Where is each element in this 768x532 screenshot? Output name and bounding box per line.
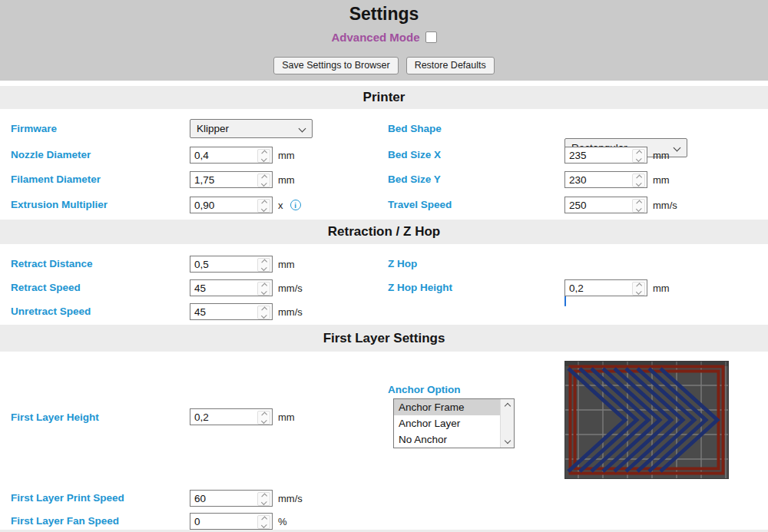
firmware-selected-value: Klipper (197, 123, 229, 134)
first-layer-fan-speed-field: % (190, 513, 287, 530)
first-layer-fan-speed-label: First Layer Fan Speed (11, 515, 119, 527)
printer-section-title: Printer (363, 90, 406, 105)
unit-label: mm/s (278, 306, 303, 318)
bed-size-y-field: mm (564, 171, 670, 188)
firmware-label: Firmware (11, 123, 57, 134)
filament-diameter-input[interactable] (190, 172, 259, 187)
info-icon[interactable]: i (290, 200, 301, 210)
chevron-down-icon (299, 125, 306, 133)
first-layer-height-label: First Layer Height (11, 411, 99, 423)
page-title: Settings (0, 4, 768, 25)
scroll-up-icon[interactable] (504, 403, 510, 409)
first-layer-section-title: First Layer Settings (323, 331, 445, 346)
unit-label: x (278, 200, 283, 211)
bed-size-x-input[interactable] (565, 147, 634, 163)
first-layer-section-header: First Layer Settings (0, 325, 768, 352)
first-layer-print-speed-field: mm/s (190, 490, 303, 507)
first-layer-height-input[interactable] (190, 409, 259, 425)
z-hop-label: Z Hop (388, 258, 417, 269)
unit-label: mm (653, 283, 670, 294)
retraction-section-title: Retraction / Z Hop (328, 224, 440, 240)
retract-distance-input[interactable] (190, 256, 259, 272)
list-item[interactable]: No Anchor (394, 431, 500, 448)
nozzle-diameter-input[interactable] (190, 147, 259, 163)
unit-label: mm/s (278, 283, 303, 294)
anchor-option-listbox[interactable]: Anchor Frame Anchor Layer No Anchor (393, 398, 515, 448)
scroll-down-icon[interactable] (504, 438, 510, 444)
first-layer-preview-image (564, 361, 729, 479)
unit-label: mm (653, 150, 670, 161)
anchor-option-label: Anchor Option (388, 384, 461, 395)
printer-section-header: Printer (0, 86, 768, 109)
list-item[interactable]: Anchor Layer (394, 415, 500, 431)
unit-label: mm/s (653, 200, 677, 211)
spinner-icon[interactable] (632, 199, 645, 213)
z-hop-height-input[interactable] (565, 280, 634, 296)
advanced-mode-row: Advanced Mode (0, 31, 768, 44)
first-layer-print-speed-label: First Layer Print Speed (11, 492, 124, 504)
filament-diameter-field: mm (190, 171, 295, 188)
bed-size-x-label: Bed Size X (388, 149, 441, 160)
retract-speed-label: Retract Speed (11, 282, 81, 293)
spinner-icon[interactable] (632, 282, 645, 296)
unit-label: mm (278, 174, 295, 186)
first-layer-fan-speed-input[interactable] (190, 514, 259, 529)
spinner-icon[interactable] (257, 411, 270, 425)
spinner-icon[interactable] (257, 492, 270, 506)
unretract-speed-input[interactable] (190, 304, 259, 319)
extrusion-multiplier-input[interactable] (190, 197, 259, 213)
unretract-speed-label: Unretract Speed (11, 306, 91, 317)
unit-label: mm (278, 150, 295, 161)
first-layer-height-field: mm (190, 408, 295, 425)
bed-size-x-field: mm (564, 147, 670, 164)
list-item[interactable]: Anchor Frame (394, 399, 500, 415)
unit-label: mm/s (278, 493, 303, 504)
unit-label: mm (278, 411, 295, 423)
unit-label: mm (278, 259, 295, 270)
extrusion-multiplier-field: x i (190, 197, 301, 213)
header-buttons-row: Save Settings to Browser Restore Default… (0, 57, 768, 74)
unretract-speed-field: mm/s (190, 303, 303, 320)
spinner-icon[interactable] (257, 515, 270, 529)
retract-distance-label: Retract Distance (11, 258, 93, 269)
spinner-icon[interactable] (632, 173, 645, 187)
travel-speed-field: mm/s (564, 197, 677, 213)
spinner-icon[interactable] (257, 173, 270, 187)
travel-speed-label: Travel Speed (388, 199, 452, 210)
bed-size-y-label: Bed Size Y (388, 173, 441, 185)
firmware-select[interactable]: Klipper (190, 119, 313, 138)
retract-speed-input[interactable] (190, 280, 259, 296)
spinner-icon[interactable] (257, 282, 270, 296)
travel-speed-input[interactable] (565, 197, 634, 213)
z-hop-height-field: mm (564, 279, 670, 296)
retract-distance-field: mm (190, 256, 295, 273)
unit-label: % (278, 516, 287, 527)
listbox-scrollbar[interactable] (500, 399, 514, 448)
spinner-icon[interactable] (257, 258, 270, 272)
filament-diameter-label: Filament Diameter (11, 173, 101, 185)
retract-speed-field: mm/s (190, 279, 303, 296)
spinner-icon[interactable] (632, 149, 645, 163)
extrusion-multiplier-label: Extrusion Multiplier (11, 199, 108, 210)
spinner-icon[interactable] (257, 306, 270, 319)
first-layer-print-speed-input[interactable] (190, 491, 259, 506)
bed-size-y-input[interactable] (565, 172, 634, 187)
unit-label: mm (653, 174, 670, 186)
advanced-mode-checkbox[interactable] (425, 31, 437, 43)
nozzle-diameter-field: mm (190, 147, 295, 164)
anchor-option-items: Anchor Frame Anchor Layer No Anchor (394, 399, 500, 448)
spinner-icon[interactable] (257, 149, 270, 163)
z-hop-height-label: Z Hop Height (388, 282, 452, 293)
save-settings-button[interactable]: Save Settings to Browser (273, 57, 398, 74)
restore-defaults-button[interactable]: Restore Defaults (406, 57, 495, 74)
nozzle-diameter-label: Nozzle Diameter (11, 149, 91, 160)
bed-shape-label: Bed Shape (388, 123, 442, 134)
retraction-section-header: Retraction / Z Hop (0, 220, 768, 244)
spinner-icon[interactable] (257, 199, 270, 213)
advanced-mode-label: Advanced Mode (331, 31, 419, 44)
chevron-down-icon (674, 144, 681, 152)
